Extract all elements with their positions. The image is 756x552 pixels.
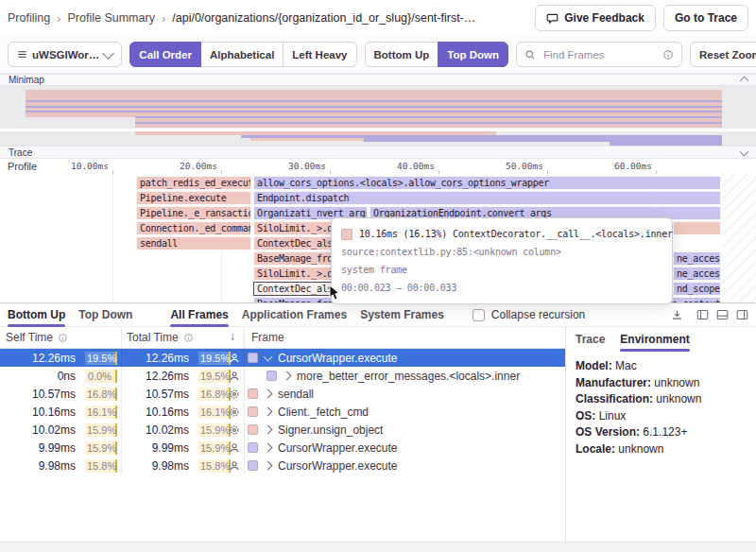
frame-color-swatch — [248, 388, 258, 399]
sort-call-order-button[interactable]: Call Order — [129, 42, 201, 67]
table-row[interactable]: 0ns0.0%12.26ms19.5%more_better_error_mes… — [0, 367, 565, 385]
table-row[interactable]: 10.02ms15.9%10.02ms15.9%Signer.unsign_ob… — [0, 421, 565, 439]
flamegraph-out-of-range-hatch — [722, 174, 756, 302]
total-time-cell: 9.98ms — [123, 457, 189, 474]
details-tab-trace[interactable]: Trace — [576, 333, 605, 346]
flame-frame[interactable]: ContextDec_als>.i — [253, 282, 333, 296]
breadcrumb-profiling[interactable]: Profiling — [8, 11, 50, 25]
chevron-right-icon[interactable] — [264, 461, 273, 471]
chevron-down-icon[interactable] — [264, 353, 273, 362]
collapse-minimap-icon[interactable] — [740, 77, 749, 86]
bottom-panel: Bottom UpTop Down All FramesApplication … — [0, 302, 756, 552]
percent-badge: 15.8% — [85, 459, 117, 473]
details-tab-environment[interactable]: Environment — [620, 333, 689, 346]
environment-field: OS Version: 6.1.123+ — [576, 424, 747, 441]
frame-name: more_better_error_messages.<locals>.inne… — [297, 370, 520, 383]
tooltip-frame-kind: system frame — [341, 261, 662, 279]
flame-frame[interactable]: ne_access — [673, 267, 721, 281]
environment-fields: Model: MacManufacturer: unknownClassific… — [566, 346, 756, 457]
flame-frame[interactable]: BaseManage_from_c — [253, 251, 333, 266]
download-icon[interactable] — [671, 309, 683, 321]
horizontal-scrollbar-track[interactable] — [0, 542, 756, 552]
field-label: Model: — [576, 359, 615, 372]
chevron-right-icon[interactable] — [264, 389, 273, 399]
sort-alphabetical-button[interactable]: Alphabetical — [200, 42, 284, 67]
give-feedback-button[interactable]: Give Feedback — [535, 5, 656, 31]
collapse-recursion-checkbox[interactable] — [472, 309, 485, 321]
field-value: Mac — [615, 359, 637, 372]
dock-right-icon[interactable] — [736, 309, 748, 320]
table-row[interactable]: 12.26ms19.5%12.26ms19.5%CursorWrapper.ex… — [0, 349, 565, 367]
dock-left-icon[interactable] — [696, 309, 709, 320]
find-frames-search — [516, 42, 682, 67]
frame-name: CursorWrapper.execute — [278, 441, 398, 455]
flame-frame[interactable]: Pipeline.execute — [136, 191, 251, 205]
total-time-column-header[interactable]: Total Time — [127, 331, 194, 344]
direction-top-down-button[interactable]: Top Down — [438, 42, 508, 67]
breadcrumb-separator: › — [162, 11, 165, 26]
flame-frame[interactable]: SiloLimit._>.over — [253, 221, 333, 235]
info-icon — [183, 333, 194, 343]
field-label: Locale: — [576, 442, 618, 456]
info-icon — [58, 333, 68, 343]
frame-color-swatch — [248, 424, 258, 435]
go-to-trace-button[interactable]: Go to Trace — [663, 5, 748, 31]
collapse-recursion-label: Collapse recursion — [491, 308, 585, 321]
minimap-header[interactable]: Minimap — [0, 74, 756, 86]
breadcrumb-profile-summary[interactable]: Profile Summary — [68, 11, 155, 25]
flame-frame[interactable]: ne_access — [673, 251, 721, 266]
trace-header[interactable]: Trace — [0, 146, 756, 159]
total-time-cell: 12.26ms — [123, 349, 189, 367]
application-frame-icon — [226, 457, 243, 474]
tab-top-down[interactable]: Top Down — [78, 308, 132, 321]
dock-bottom-icon[interactable] — [716, 309, 729, 320]
collapse-trace-icon[interactable] — [740, 147, 749, 156]
chevron-right-icon[interactable] — [264, 407, 273, 417]
sort-descending-icon[interactable]: ↓ — [230, 330, 235, 343]
axis-tick: 40.00ms — [370, 161, 435, 171]
thread-selector-dropdown[interactable]: uWSGIWor… — [8, 42, 122, 67]
minimap-canvas[interactable] — [0, 86, 756, 146]
self-time-cell: 9.99ms — [0, 439, 76, 457]
collapse-recursion-control[interactable]: Collapse recursion — [472, 308, 585, 321]
tab-bottom-up[interactable]: Bottom Up — [8, 308, 65, 321]
total-time-cell: 10.57ms — [123, 385, 189, 403]
direction-bottom-up-button[interactable]: Bottom Up — [365, 42, 439, 67]
flame-frame[interactable]: allow_cors_options.<locals>.allow_cors_o… — [253, 176, 721, 190]
flame-frame[interactable]: SiloLimit._>.over — [253, 267, 333, 281]
field-value: unknown — [656, 392, 701, 405]
table-row[interactable]: 9.98ms15.8%9.98ms15.8%CursorWrapper.exec… — [0, 457, 565, 474]
axis-tick: 10.00ms — [44, 161, 109, 171]
flame-frame[interactable]: nd_scopes — [673, 282, 721, 296]
self-time-percent-cell: 16.1% — [85, 403, 117, 421]
search-input[interactable] — [541, 48, 657, 61]
frame-column-header[interactable]: Frame — [251, 331, 284, 344]
tab-application-frames[interactable]: Application Frames — [242, 308, 347, 321]
flame-frame[interactable]: Endpoint.dispatch — [253, 191, 721, 205]
flame-frame[interactable]: patch_redis_ed_execute — [136, 176, 251, 190]
chevron-right-icon[interactable] — [283, 371, 292, 381]
tab-system-frames[interactable]: System Frames — [360, 308, 444, 321]
table-row[interactable]: 9.99ms15.9%9.99ms15.9%CursorWrapper.exec… — [0, 439, 565, 457]
flame-frame[interactable]: Connection._ed_command — [136, 221, 251, 235]
sort-left-heavy-button[interactable]: Left Heavy — [283, 42, 356, 67]
application-frame-icon — [226, 439, 243, 457]
flame-frame[interactable] — [673, 221, 721, 235]
self-time-column-header[interactable]: Self Time — [6, 331, 68, 344]
table-row[interactable]: 10.57ms16.8%10.57ms16.8%sendall — [0, 385, 565, 403]
table-row[interactable]: 10.16ms16.1%10.16ms16.1%Client._fetch_cm… — [0, 403, 565, 421]
total-time-cell: 10.16ms — [123, 403, 189, 421]
flame-frame[interactable]: sendall — [136, 236, 251, 250]
self-time-percent-cell: 16.8% — [85, 385, 117, 403]
flame-frame[interactable]: ContextDec_als>.i — [253, 236, 333, 250]
self-time-label: Self Time — [6, 331, 53, 344]
minimap-band — [26, 111, 722, 112]
chevron-right-icon[interactable] — [264, 443, 273, 453]
self-time-cell: 10.16ms — [0, 403, 76, 421]
flame-frame[interactable]: Pipeline._e_ransaction — [136, 206, 251, 220]
reset-zoom-button[interactable]: Reset Zoom — [690, 42, 756, 67]
tab-all-frames[interactable]: All Frames — [170, 308, 228, 321]
chevron-right-icon[interactable] — [264, 425, 273, 435]
frame-label: Frame — [251, 331, 284, 344]
frame-color-swatch — [341, 229, 352, 240]
